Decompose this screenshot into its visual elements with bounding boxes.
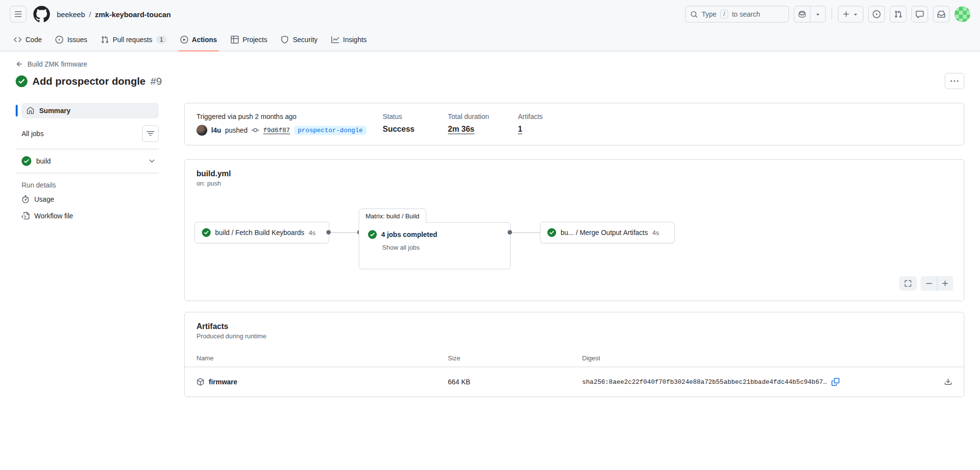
issue-opened-icon bbox=[55, 36, 63, 44]
repo-nav: Code Issues Pull requests 1 Actions Proj… bbox=[0, 28, 980, 51]
shield-icon bbox=[281, 36, 289, 44]
sidebar-item-summary[interactable]: Summary bbox=[22, 103, 159, 118]
issues-button[interactable] bbox=[868, 6, 885, 23]
user-avatar[interactable] bbox=[955, 6, 970, 22]
repo-name-link[interactable]: zmk-keyboard-toucan bbox=[95, 10, 171, 19]
github-logo-icon[interactable] bbox=[33, 6, 50, 23]
search-placeholder-suffix: to search bbox=[732, 10, 760, 18]
stopwatch-icon bbox=[22, 195, 29, 203]
sidebar-item-workflow-file[interactable]: Workflow file bbox=[16, 208, 159, 224]
header-divider bbox=[832, 9, 832, 20]
discussions-button[interactable] bbox=[911, 6, 928, 23]
artifact-name-link[interactable]: firmware bbox=[209, 378, 237, 386]
matrix-group-tab[interactable]: Matrix: build / Build bbox=[359, 209, 426, 223]
copilot-dropdown-button[interactable] bbox=[810, 6, 825, 22]
matrix-status-label: 4 jobs completed bbox=[381, 231, 437, 238]
sidebar-summary-label: Summary bbox=[39, 107, 71, 115]
tab-insights[interactable]: Insights bbox=[324, 28, 373, 51]
plus-icon bbox=[842, 10, 850, 18]
graph-dot bbox=[508, 230, 512, 235]
run-options-button[interactable] bbox=[945, 73, 964, 89]
branch-badge[interactable]: prospector-dongle bbox=[294, 126, 367, 135]
workflow-file-label: Workflow file bbox=[34, 212, 73, 220]
actor-avatar[interactable] bbox=[196, 125, 207, 136]
top-header: beekeeb / zmk-keyboard-toucan Type / to … bbox=[0, 0, 980, 28]
filter-jobs-button[interactable] bbox=[142, 125, 159, 142]
tab-actions[interactable]: Actions bbox=[173, 28, 224, 51]
zoom-button-group bbox=[921, 276, 953, 291]
sidebar-divider bbox=[16, 173, 159, 173]
package-icon bbox=[196, 378, 204, 386]
artifacts-title: Artifacts bbox=[196, 322, 952, 331]
inbox-icon bbox=[937, 10, 945, 18]
tab-code[interactable]: Code bbox=[7, 28, 49, 51]
page-title: Add prospector dongle bbox=[32, 75, 146, 87]
show-all-jobs-link[interactable]: Show all jobs bbox=[382, 244, 501, 251]
success-check-icon bbox=[202, 228, 211, 237]
duration-label: Total duration bbox=[448, 113, 518, 120]
workflow-breadcrumb[interactable]: Build ZMK firmware bbox=[16, 60, 87, 68]
breadcrumb-separator: / bbox=[89, 10, 91, 19]
filter-icon bbox=[147, 130, 154, 138]
tab-label: Security bbox=[293, 36, 318, 44]
commit-sha-link[interactable]: f9d6f87 bbox=[263, 127, 290, 134]
job-node-label: bu... / Merge Output Artifacts bbox=[561, 229, 648, 236]
status-value: Success bbox=[383, 125, 448, 134]
tab-security[interactable]: Security bbox=[274, 28, 324, 51]
run-main: Triggered via push 2 months ago l4u push… bbox=[184, 103, 964, 397]
graph-node-fetch-build-keyboards[interactable]: build / Fetch Build Keyboards 4s bbox=[195, 222, 329, 243]
success-check-icon bbox=[22, 156, 31, 166]
repo-owner-link[interactable]: beekeeb bbox=[57, 10, 85, 19]
inbox-button[interactable] bbox=[933, 6, 950, 23]
duration-value-link[interactable]: 2m 36s bbox=[448, 125, 518, 134]
minus-icon bbox=[925, 280, 933, 287]
tab-pull-requests[interactable]: Pull requests 1 bbox=[94, 28, 173, 51]
download-artifact-button[interactable] bbox=[944, 378, 952, 386]
table-icon bbox=[231, 36, 239, 44]
artifacts-label: Artifacts bbox=[518, 113, 543, 120]
tab-issues[interactable]: Issues bbox=[49, 28, 94, 51]
pull-requests-button[interactable] bbox=[890, 6, 906, 23]
zoom-out-button[interactable] bbox=[921, 276, 937, 291]
actor-login[interactable]: l4u bbox=[211, 126, 221, 134]
git-commit-icon bbox=[251, 126, 259, 134]
all-jobs-label: All jobs bbox=[22, 130, 44, 138]
code-icon bbox=[14, 36, 22, 44]
plus-icon bbox=[941, 280, 949, 287]
sidebar-item-usage[interactable]: Usage bbox=[16, 191, 159, 208]
slash-key-hint: / bbox=[720, 10, 728, 19]
usage-label: Usage bbox=[34, 195, 54, 203]
hamburger-icon bbox=[14, 10, 22, 18]
workflow-graph-card: build.yml on: push build / Fetch Build K… bbox=[184, 159, 964, 301]
copilot-button[interactable] bbox=[794, 6, 810, 22]
create-new-button[interactable] bbox=[838, 6, 863, 23]
run-details-heading: Run details bbox=[22, 181, 159, 189]
run-number: #9 bbox=[150, 75, 162, 87]
copy-icon bbox=[832, 378, 839, 386]
fullscreen-button[interactable] bbox=[899, 276, 917, 291]
repo-breadcrumb: beekeeb / zmk-keyboard-toucan bbox=[57, 10, 171, 19]
kebab-icon bbox=[951, 77, 958, 85]
chevron-down-icon[interactable] bbox=[148, 157, 156, 165]
graph-connector bbox=[329, 232, 359, 233]
artifacts-table: Name Size Digest firmware 664 KB sha256:… bbox=[185, 350, 964, 391]
job-node-duration: 4s bbox=[652, 229, 659, 236]
artifacts-count-link[interactable]: 1 bbox=[518, 125, 543, 134]
success-check-icon bbox=[16, 75, 27, 87]
download-icon bbox=[944, 378, 952, 386]
graph-dot bbox=[326, 230, 331, 235]
search-input[interactable]: Type / to search bbox=[685, 6, 789, 23]
copy-digest-button[interactable] bbox=[832, 378, 839, 386]
sidebar-job-build[interactable]: build bbox=[16, 149, 159, 173]
zoom-in-button[interactable] bbox=[937, 276, 953, 291]
hamburger-menu-button[interactable] bbox=[10, 6, 26, 23]
column-header-size: Size bbox=[448, 354, 582, 362]
play-circle-icon bbox=[180, 36, 188, 44]
run-summary-card: Triggered via push 2 months ago l4u push… bbox=[184, 103, 964, 145]
graph-node-merge-output-artifacts[interactable]: bu... / Merge Output Artifacts 4s bbox=[540, 222, 675, 243]
success-check-icon bbox=[368, 230, 377, 239]
graph-connector bbox=[511, 232, 540, 233]
artifacts-subtitle: Produced during runtime bbox=[196, 332, 952, 340]
tab-projects[interactable]: Projects bbox=[224, 28, 274, 51]
matrix-group-box[interactable]: 4 jobs completed Show all jobs bbox=[359, 222, 511, 269]
